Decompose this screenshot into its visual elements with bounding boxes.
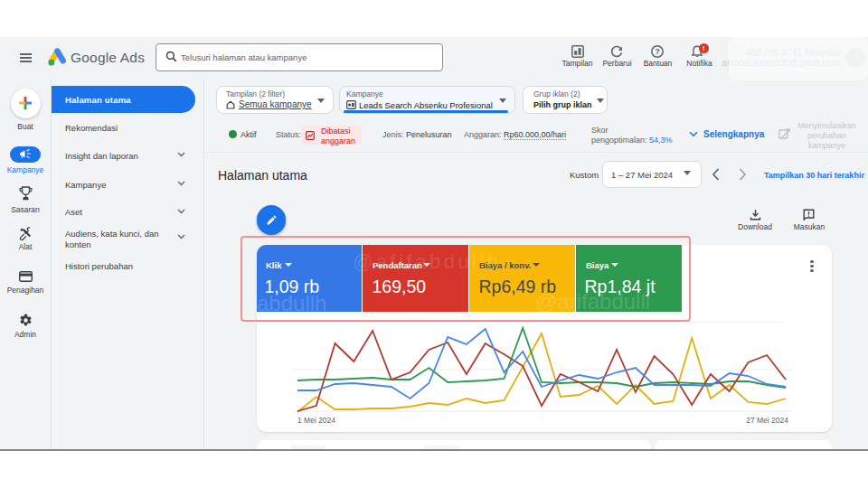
svg-text:?: ? [655, 47, 659, 56]
